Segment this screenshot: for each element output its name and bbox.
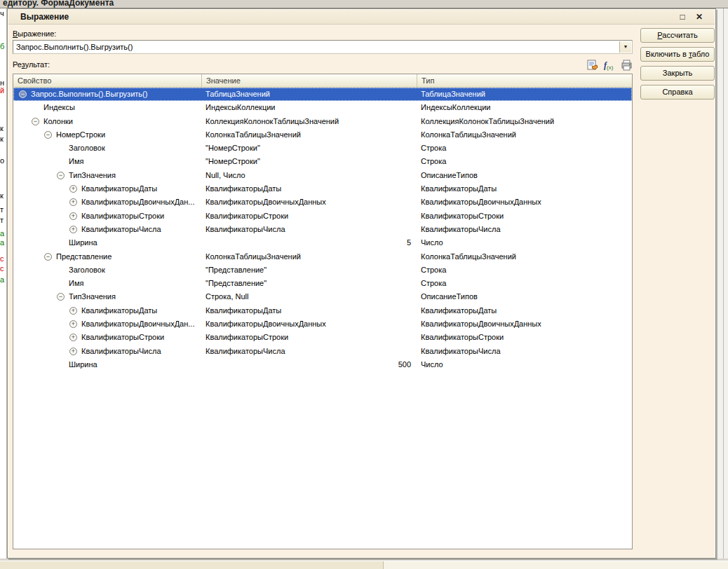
type-cell: Строка xyxy=(417,263,632,277)
table-row[interactable]: Имя"Представление"Строка xyxy=(13,277,632,290)
property-name: Ширина xyxy=(13,238,97,247)
property-name: Имя xyxy=(13,157,83,165)
value-cell: КвалификаторыДвоичныхДанных xyxy=(201,317,417,331)
type-cell: КолонкаТаблицыЗначений xyxy=(417,250,632,263)
status-bar-right-pane xyxy=(384,561,728,569)
type-cell: КолонкаТаблицыЗначений xyxy=(417,128,632,142)
property-name: Индексы xyxy=(13,103,75,111)
type-cell: КвалификаторыСтроки xyxy=(417,331,632,344)
expression-input[interactable]: Запрос.Выполнить().Выгрузить() ▼ xyxy=(13,40,633,54)
expand-icon[interactable]: + xyxy=(69,348,77,355)
type-cell: Строка xyxy=(417,155,632,168)
background-divider xyxy=(723,8,724,561)
code-fragment-char: к xyxy=(0,135,4,143)
code-fragment-char: т xyxy=(0,216,4,224)
value-cell: КвалификаторыДаты xyxy=(201,304,417,317)
property-cell: −Запрос.Выполнить().Выгрузить() xyxy=(13,88,201,101)
table-row[interactable]: −ТипЗначенияСтрока, NullОписаниеТипов xyxy=(13,290,632,303)
table-row[interactable]: +КвалификаторыСтрокиКвалификаторыСтрокиК… xyxy=(13,210,632,223)
include-in-board-button[interactable]: Включить в табло xyxy=(640,47,715,62)
property-name: Заголовок xyxy=(13,266,105,274)
expand-icon[interactable]: + xyxy=(69,212,77,220)
expand-icon[interactable]: + xyxy=(69,226,77,233)
collapse-icon[interactable]: − xyxy=(44,253,52,261)
value-cell: КвалификаторыДаты xyxy=(201,182,417,196)
function-icon[interactable]: f(x) xyxy=(604,60,616,72)
dialog-titlebar[interactable]: Выражение □ ✕ xyxy=(8,10,715,25)
dialog-title: Выражение xyxy=(20,12,69,22)
property-name: КвалификаторыСтроки xyxy=(13,333,164,341)
result-table-header: Свойство Значение Тип xyxy=(13,74,632,88)
background-window-titlebar: едитору. ФормаДокумента xyxy=(0,0,728,8)
table-row[interactable]: +КвалификаторыЧислаКвалификаторыЧислаКва… xyxy=(13,223,632,236)
value-cell: ТаблицаЗначений xyxy=(201,88,417,101)
value-cell: Строка, Null xyxy=(201,290,417,303)
value-cell: КвалификаторыДвоичныхДанных xyxy=(201,196,417,209)
property-cell: −НомерСтроки xyxy=(13,128,201,142)
table-row[interactable]: Ширина5Число xyxy=(13,236,632,249)
collapse-icon[interactable]: − xyxy=(44,131,52,139)
property-cell: +КвалификаторыСтроки xyxy=(13,331,201,344)
table-row[interactable]: Имя"НомерСтроки"Строка xyxy=(13,155,632,168)
table-row[interactable]: −КолонкиКоллекцияКолонокТаблицыЗначенийК… xyxy=(13,115,632,128)
table-row[interactable]: −ТипЗначенияNull, ЧислоОписаниеТипов xyxy=(13,169,632,182)
table-row[interactable]: +КвалификаторыСтрокиКвалификаторыСтрокиК… xyxy=(13,331,632,344)
type-cell: Число xyxy=(417,236,632,249)
table-row[interactable]: Ширина500Число xyxy=(13,358,632,371)
code-fragment-char: к xyxy=(0,124,4,132)
property-cell: +КвалификаторыЧисла xyxy=(13,345,201,358)
property-name: КвалификаторыЧисла xyxy=(13,347,161,355)
property-cell: Ширина xyxy=(13,358,201,371)
expand-icon[interactable]: + xyxy=(69,185,77,193)
table-row[interactable]: +КвалификаторыЧислаКвалификаторыЧислаКва… xyxy=(13,345,632,358)
code-fragment-char: т xyxy=(0,205,4,214)
calculate-button[interactable]: Рассчитать xyxy=(640,28,715,43)
column-header-property[interactable]: Свойство xyxy=(13,74,201,88)
collapse-icon[interactable]: − xyxy=(32,118,39,125)
table-row[interactable]: +КвалификаторыДатыКвалификаторыДатыКвали… xyxy=(13,182,632,196)
property-name: Колонки xyxy=(13,117,73,125)
code-fragment-char: б xyxy=(0,42,4,50)
table-row[interactable]: Заголовок"НомерСтроки"Строка xyxy=(13,142,632,155)
close-button[interactable]: Закрыть xyxy=(640,66,715,81)
background-right-edge xyxy=(717,8,728,561)
table-row[interactable]: −НомерСтрокиКолонкаТаблицыЗначенийКолонк… xyxy=(13,128,632,142)
expand-icon[interactable]: + xyxy=(69,307,77,315)
expression-dropdown-button[interactable]: ▼ xyxy=(619,41,631,53)
table-row[interactable]: ИндексыИндексыКоллекцииИндексыКоллекции xyxy=(13,101,632,114)
table-row[interactable]: −ПредставлениеКолонкаТаблицыЗначенийКоло… xyxy=(13,250,632,263)
table-row[interactable]: +КвалификаторыДвоичныхДан...Квалификатор… xyxy=(13,196,632,209)
column-header-type[interactable]: Тип xyxy=(417,74,632,88)
print-icon[interactable] xyxy=(621,60,633,71)
code-fragment-char: с xyxy=(0,254,4,263)
expand-icon[interactable]: + xyxy=(69,320,77,328)
value-cell: Null, Число xyxy=(201,169,417,182)
value-cell: 5 xyxy=(201,236,417,249)
background-window-title: едитору. ФормаДокумента xyxy=(3,0,114,8)
collapse-icon[interactable]: − xyxy=(19,90,27,98)
collapse-icon[interactable]: − xyxy=(57,172,65,179)
type-cell: КвалификаторыДвоичныхДанных xyxy=(417,196,632,209)
help-button[interactable]: Справка xyxy=(640,85,715,100)
close-icon[interactable]: ✕ xyxy=(694,11,705,22)
column-header-value[interactable]: Значение xyxy=(201,74,417,88)
property-name: Ширина xyxy=(13,360,97,369)
type-cell: Число xyxy=(417,358,632,371)
property-cell: Заголовок xyxy=(13,142,201,155)
table-row[interactable]: +КвалификаторыДвоичныхДан...Квалификатор… xyxy=(13,317,632,331)
value-cell: "Представление" xyxy=(201,277,417,290)
code-fragment-char: й xyxy=(0,86,4,95)
code-fragment-char: ч xyxy=(0,9,4,18)
property-cell: +КвалификаторыДаты xyxy=(13,182,201,196)
value-cell: "НомерСтроки" xyxy=(201,155,417,168)
table-row[interactable]: Заголовок"Представление"Строка xyxy=(13,263,632,277)
table-row[interactable]: −Запрос.Выполнить().Выгрузить()ТаблицаЗн… xyxy=(13,88,632,101)
maximize-icon[interactable]: □ xyxy=(677,11,688,22)
table-row[interactable]: +КвалификаторыДатыКвалификаторыДатыКвали… xyxy=(13,304,632,317)
code-fragment-char: о xyxy=(0,156,4,165)
type-cell: КвалификаторыДаты xyxy=(417,304,632,317)
show-value-icon[interactable] xyxy=(587,60,600,71)
property-cell: Заголовок xyxy=(13,263,201,277)
property-name: КвалификаторыДаты xyxy=(13,184,157,193)
code-fragment-char: а xyxy=(0,275,4,284)
